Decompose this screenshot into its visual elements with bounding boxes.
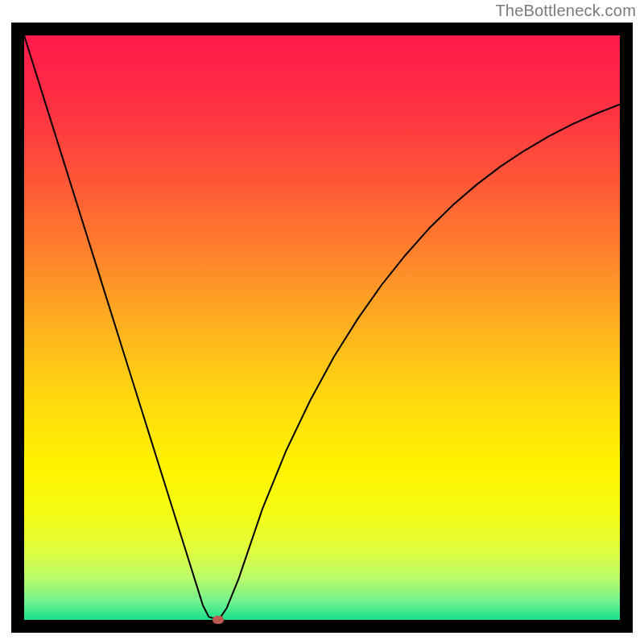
attribution-label: TheBottleneck.com bbox=[495, 2, 636, 20]
curve-path bbox=[24, 35, 620, 619]
current-point-marker bbox=[213, 616, 224, 624]
plot-frame bbox=[11, 23, 633, 633]
chart-container: TheBottleneck.com bbox=[0, 0, 644, 644]
bottleneck-curve bbox=[24, 35, 620, 620]
